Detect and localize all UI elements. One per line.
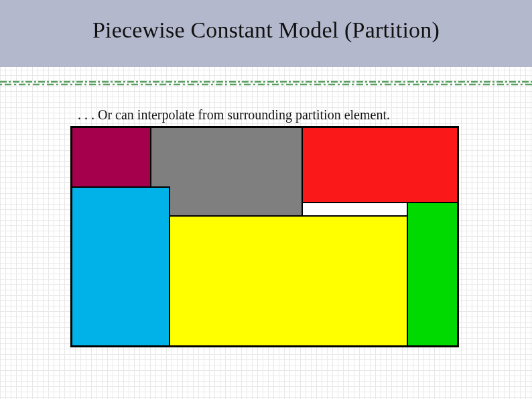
partition-gray: [151, 127, 302, 216]
partition-green: [407, 203, 458, 346]
partition-magenta: [72, 127, 151, 187]
partition-cyan: [72, 187, 170, 346]
partition-red: [302, 127, 458, 203]
partition-diagram: [70, 126, 459, 347]
divider-rule: [0, 80, 532, 86]
slide-title: Piecewise Constant Model (Partition): [0, 17, 532, 43]
slide: Piecewise Constant Model (Partition) . .…: [0, 0, 532, 399]
partition-yellow: [170, 216, 407, 346]
slide-subtitle: . . . Or can interpolate from surroundin…: [78, 107, 390, 123]
